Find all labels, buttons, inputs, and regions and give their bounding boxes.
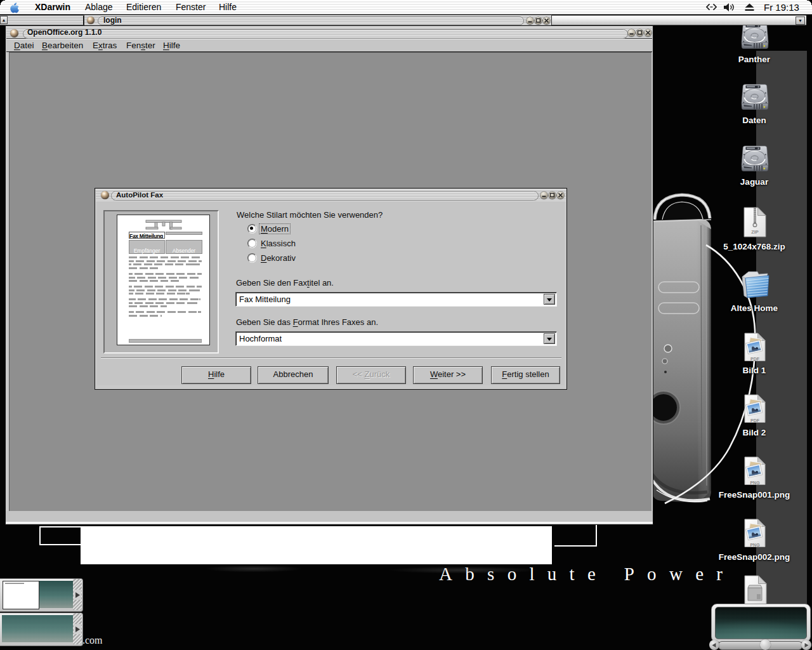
svg-text:PNG: PNG — [750, 543, 760, 547]
svg-text:PNG: PNG — [750, 481, 760, 485]
svg-text:PDF: PDF — [750, 418, 760, 423]
svg-text:ZIP: ZIP — [751, 229, 759, 235]
svg-text:PDF: PDF — [750, 357, 760, 361]
